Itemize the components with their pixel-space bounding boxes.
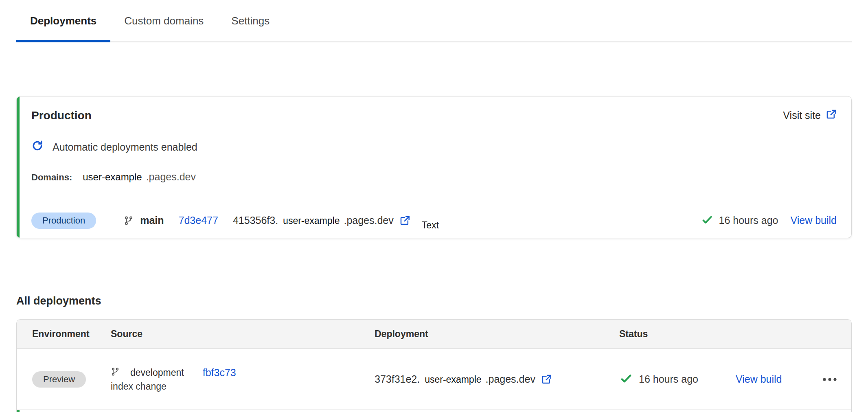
deployment-url-suffix: .pages.dev [344, 215, 393, 226]
next-row-accent-bar [17, 410, 20, 412]
view-build-link[interactable]: View build [790, 215, 837, 226]
all-deployments-heading: All deployments [16, 294, 852, 307]
table-header-row: Environment Source Deployment Status [17, 320, 851, 349]
deployment-url-name: user-example [283, 215, 340, 226]
domain-suffix: .pages.dev [146, 171, 196, 183]
deployment-url-name: user-example [425, 374, 481, 385]
tab-settings[interactable]: Settings [217, 0, 283, 42]
tab-custom-domains[interactable]: Custom domains [110, 0, 217, 42]
domains-label: Domains: [31, 171, 72, 184]
column-deployment: Deployment [375, 329, 619, 340]
production-card: Production Visit site [16, 96, 852, 238]
deployment-time: 16 hours ago [639, 373, 698, 385]
table-row: Preview development fbf3c73 [17, 349, 851, 410]
commit-message: Text [422, 220, 439, 231]
view-build-link[interactable]: View build [736, 373, 782, 385]
column-source: Source [111, 329, 375, 340]
production-card-title: Production [31, 109, 92, 123]
deployment-url: 415356f3. user-example .pages.dev [233, 215, 410, 226]
deployment-url-suffix: .pages.dev [486, 373, 535, 385]
check-icon [619, 373, 633, 386]
commit-hash-link[interactable]: fbf3c73 [203, 367, 236, 379]
deployments-table: Environment Source Deployment Status Pre… [16, 319, 852, 412]
domain-name: user-example [83, 171, 142, 183]
git-branch-icon [124, 216, 134, 226]
git-branch-icon [111, 367, 120, 378]
tab-deployments[interactable]: Deployments [16, 0, 110, 42]
column-environment: Environment [32, 329, 111, 340]
production-accent-bar [17, 96, 20, 238]
environment-badge: Production [31, 213, 96, 229]
auto-deployments-row: Automatic deployments enabled [31, 140, 837, 154]
branch-name: development [130, 367, 184, 378]
external-link-icon [826, 109, 837, 122]
column-status: Status [619, 329, 851, 340]
source-cell: development fbf3c73 index change [111, 367, 375, 392]
refresh-icon [31, 140, 44, 154]
branch-name: main [140, 215, 164, 226]
open-deployment-icon[interactable] [541, 374, 552, 385]
tab-bar: Deployments Custom domains Settings [16, 0, 852, 42]
visit-site-label: Visit site [783, 110, 821, 121]
deployment-url-prefix: 373f31e2. [375, 373, 420, 385]
status-cell: 16 hours ago View build [619, 373, 851, 386]
pages-project-screen: Deployments Custom domains Settings Prod… [0, 0, 868, 412]
commit-hash-link[interactable]: 7d3e477 [179, 215, 218, 226]
open-deployment-icon[interactable] [399, 215, 410, 226]
deployment-time: 16 hours ago [719, 215, 778, 226]
auto-deployments-text: Automatic deployments enabled [53, 141, 197, 153]
environment-badge: Preview [32, 371, 86, 388]
domains-row: Domains: user-example .pages.dev [31, 171, 837, 184]
production-card-top: Production Visit site [17, 96, 851, 203]
deployment-cell: 373f31e2. user-example .pages.dev [375, 373, 619, 385]
visit-site-link[interactable]: Visit site [783, 109, 837, 122]
check-icon [701, 214, 713, 227]
production-deployment-row: Production main 7d3e477 415356f3. user-e… [17, 203, 851, 238]
kebab-menu-icon[interactable] [822, 377, 837, 382]
commit-message: index change [111, 381, 375, 392]
deployment-url-prefix: 415356f3. [233, 215, 278, 226]
